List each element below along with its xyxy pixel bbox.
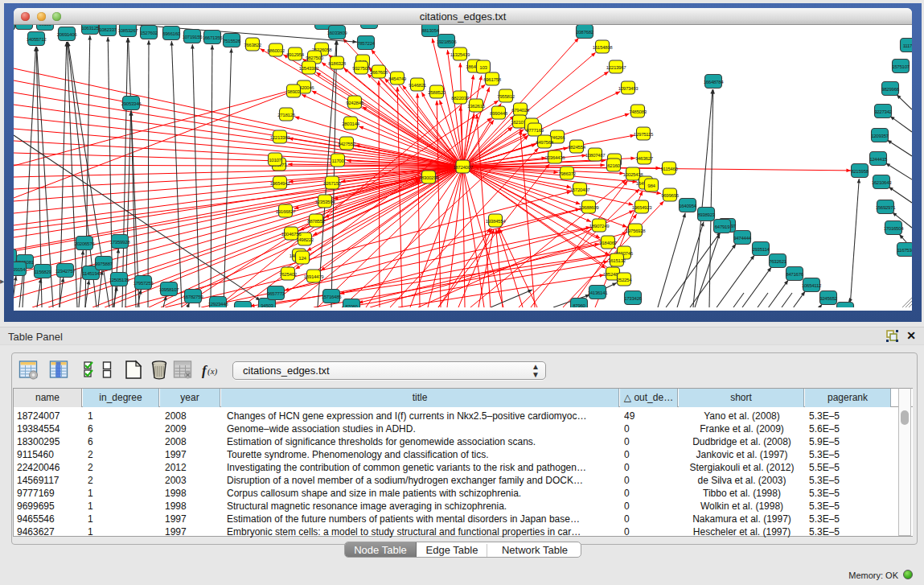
svg-text:87960: 87960 [573, 303, 585, 308]
svg-text:1640954: 1640954 [679, 203, 697, 208]
svg-text:8938923: 8938923 [697, 212, 716, 217]
svg-text:9827500: 9827500 [306, 55, 324, 60]
svg-text:252254: 252254 [617, 277, 632, 282]
svg-text:8454749: 8454749 [388, 76, 407, 81]
svg-text:94503: 94503 [261, 303, 273, 308]
svg-text:16154808: 16154808 [593, 44, 614, 50]
svg-text:19384554: 19384554 [486, 218, 507, 224]
svg-text:1209357: 1209357 [871, 133, 889, 138]
svg-text:9327508: 9327508 [352, 65, 371, 71]
svg-text:8186328: 8186328 [328, 60, 347, 66]
svg-text:62160: 62160 [607, 163, 620, 168]
svg-text:1527602: 1527602 [140, 30, 158, 35]
svg-text:8878552: 8878552 [307, 218, 326, 224]
svg-text:16648784: 16648784 [704, 79, 725, 84]
svg-text:17359928: 17359928 [110, 239, 131, 245]
svg-text:1362615: 1362615 [467, 103, 486, 109]
svg-text:7632621: 7632621 [769, 258, 787, 264]
svg-text:(x): (x) [207, 366, 218, 377]
svg-text:19166827: 19166827 [276, 208, 297, 214]
svg-text:124945: 124945 [236, 306, 251, 308]
svg-text:12353594: 12353594 [315, 199, 336, 204]
svg-text:16033809: 16033809 [327, 30, 348, 35]
svg-text:9463627: 9463627 [635, 155, 654, 161]
svg-text:19654942: 19654942 [270, 180, 291, 186]
svg-text:1167534: 1167534 [897, 247, 912, 253]
svg-text:9184067: 9184067 [599, 240, 618, 245]
svg-text:1615132: 1615132 [608, 257, 626, 263]
svg-text:3824554: 3824554 [568, 144, 586, 150]
svg-text:14136141: 14136141 [588, 290, 609, 295]
svg-text:16914479: 16914479 [304, 274, 325, 279]
svg-text:16782759: 16782759 [183, 294, 204, 299]
svg-text:1575107: 1575107 [892, 64, 910, 69]
svg-text:12213382: 12213382 [270, 134, 291, 140]
svg-text:18907249: 18907249 [589, 223, 610, 229]
svg-text:12342757: 12342757 [55, 268, 76, 274]
svg-text:10853267: 10853267 [118, 27, 139, 33]
svg-text:9146821: 9146821 [409, 82, 427, 88]
svg-text:10688609: 10688609 [579, 204, 600, 210]
svg-text:10654112: 10654112 [802, 282, 822, 288]
svg-text:8990448: 8990448 [490, 110, 508, 116]
svg-text:7955812: 7955812 [497, 93, 515, 99]
svg-text:11700: 11700 [332, 158, 345, 163]
svg-text:103: 103 [479, 64, 487, 70]
svg-text:10719155: 10719155 [183, 34, 203, 39]
svg-text:96105: 96105 [39, 25, 51, 27]
svg-text:2803144: 2803144 [342, 121, 360, 126]
svg-text:10973493: 10973493 [618, 85, 639, 91]
svg-text:2718126: 2718126 [277, 112, 296, 117]
svg-text:17016504: 17016504 [884, 225, 905, 231]
svg-text:15692971: 15692971 [876, 204, 897, 210]
svg-text:10807487: 10807487 [585, 152, 606, 158]
svg-text:10543382: 10543382 [299, 65, 320, 71]
svg-text:2667608: 2667608 [370, 69, 388, 75]
svg-text:124: 124 [298, 255, 306, 261]
svg-text:8912954: 8912954 [286, 51, 305, 57]
svg-text:8267150: 8267150 [323, 180, 342, 186]
svg-text:15716485: 15716485 [322, 294, 343, 299]
svg-text:7625402: 7625402 [279, 271, 298, 277]
svg-text:15837: 15837 [317, 25, 330, 26]
svg-text:87060: 87060 [345, 303, 358, 308]
svg-text:11174: 11174 [903, 43, 912, 48]
svg-text:20206576: 20206576 [75, 241, 96, 246]
svg-text:1156829: 1156829 [34, 269, 51, 274]
svg-text:1498222: 1498222 [296, 237, 314, 242]
svg-text:29053346: 29053346 [121, 101, 142, 106]
svg-text:8860012: 8860012 [267, 47, 285, 53]
svg-text:92450: 92450 [839, 307, 852, 308]
svg-text:7663822: 7663822 [244, 42, 262, 47]
svg-text:2588520: 2588520 [428, 89, 446, 95]
svg-text:984: 984 [647, 183, 655, 188]
svg-text:7485083: 7485083 [629, 109, 647, 114]
svg-text:7857224: 7857224 [357, 40, 376, 46]
svg-text:10958107: 10958107 [159, 286, 180, 292]
svg-text:17957253: 17957253 [133, 280, 154, 286]
svg-text:1063125: 1063125 [81, 25, 100, 31]
svg-text:939154: 939154 [14, 266, 26, 272]
svg-text:647919: 647919 [715, 224, 730, 229]
svg-text:2087682: 2087682 [576, 29, 594, 35]
svg-text:19654923: 19654923 [632, 204, 653, 210]
svg-text:8427552: 8427552 [338, 141, 356, 146]
svg-text:9975887: 9975887 [95, 261, 113, 266]
svg-text:9242845: 9242845 [346, 100, 364, 105]
svg-text:9829966: 9829966 [881, 86, 900, 92]
svg-text:9245652: 9245652 [819, 295, 838, 301]
svg-text:7986372: 7986372 [558, 171, 577, 176]
svg-text:10046756: 10046756 [281, 231, 302, 237]
svg-text:19218506: 19218506 [437, 39, 458, 44]
svg-text:9474444: 9474444 [733, 235, 752, 241]
svg-text:6794028: 6794028 [511, 107, 530, 113]
svg-text:14055712: 14055712 [27, 36, 47, 42]
svg-text:12975115: 12975115 [634, 131, 654, 137]
svg-text:8471676: 8471676 [786, 271, 804, 277]
svg-text:6966160: 6966160 [162, 31, 181, 36]
svg-text:7515526: 7515526 [223, 38, 241, 43]
svg-text:9657771: 9657771 [267, 290, 285, 296]
svg-text:9777169: 9777169 [526, 127, 544, 133]
svg-text:18724007: 18724007 [453, 164, 474, 170]
svg-text:9227342: 9227342 [874, 109, 893, 114]
